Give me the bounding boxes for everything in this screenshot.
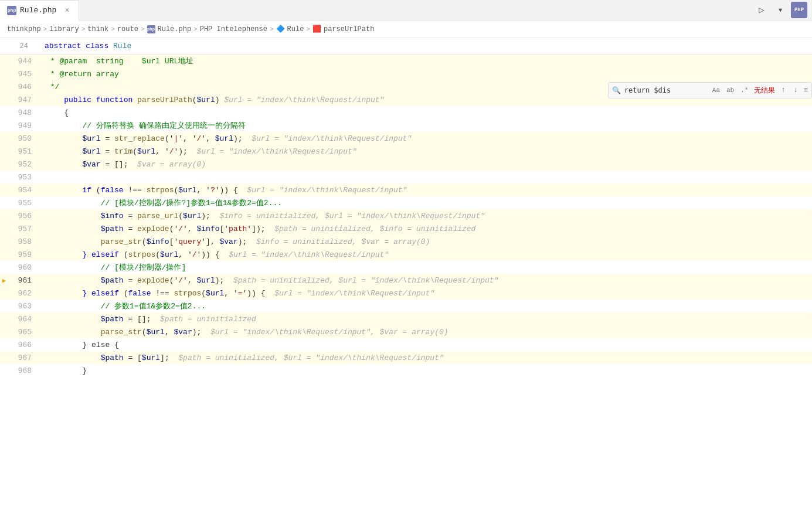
line-number: 959 xyxy=(8,248,40,261)
execution-indicator xyxy=(0,183,8,196)
execution-indicator xyxy=(0,222,8,235)
table-row: 962 } elseif (false !== strpos($url, '='… xyxy=(0,287,812,300)
table-row: 966 } else { xyxy=(0,338,812,351)
execution-indicator xyxy=(0,209,8,222)
line-number: 956 xyxy=(8,209,40,222)
line-code[interactable]: } elseif (false !== strpos($url, '=')) {… xyxy=(40,287,812,300)
execution-indicator xyxy=(0,325,8,338)
execution-indicator xyxy=(0,158,8,171)
line-code[interactable]: parse_str($url, $var); $url = "index/\th… xyxy=(40,325,812,338)
search-bar: 🔍 Aa ab .* 无结果 ↑ ↓ ≡ xyxy=(608,82,812,98)
line-code[interactable]: { xyxy=(40,106,812,119)
breadcrumb-php-icon: php xyxy=(147,25,155,33)
table-row: ▶961 $path = explode('/', $url); $path =… xyxy=(0,274,812,287)
tab-close-button[interactable]: × xyxy=(62,6,72,15)
table-row: 956 $info = parse_url($url); $info = uni… xyxy=(0,209,812,222)
breadcrumb-class-icon: 🔷 xyxy=(276,25,285,33)
execution-indicator xyxy=(0,300,8,312)
dropdown-button[interactable]: ▾ xyxy=(772,2,789,18)
line-code[interactable] xyxy=(40,171,812,183)
table-row: 952 $var = []; $var = array(0) xyxy=(0,158,812,171)
execution-indicator xyxy=(0,132,8,145)
breadcrumb-library[interactable]: library xyxy=(49,25,79,33)
table-row: 959 } elseif (strpos($url, '/')) { $url … xyxy=(0,248,812,261)
line-header: 24 abstract class Rule xyxy=(0,38,812,55)
line-number: 965 xyxy=(8,325,40,338)
breadcrumb-parseurlpath[interactable]: parseUrlPath xyxy=(324,25,374,33)
execution-indicator xyxy=(0,106,8,119)
line-code[interactable]: $path = [$url]; $path = uninitialized, $… xyxy=(40,351,812,364)
execution-indicator xyxy=(0,80,8,93)
breadcrumb-rulephp[interactable]: Rule.php xyxy=(158,25,192,33)
line-code[interactable]: } else { xyxy=(40,338,812,351)
line-code[interactable]: $url = trim($url, '/'); $url = "index/\t… xyxy=(40,145,812,158)
search-menu-button[interactable]: ≡ xyxy=(804,86,808,94)
line-code[interactable]: * @return array xyxy=(40,67,812,80)
line-code[interactable]: parse_str($info['query'], $var); $info =… xyxy=(40,235,812,248)
line-number: 945 xyxy=(8,67,40,80)
search-word-button[interactable]: ab xyxy=(724,86,736,95)
execution-indicator xyxy=(0,235,8,248)
execution-indicator xyxy=(0,248,8,261)
line-code[interactable]: $path = explode('/', $info['path']); $pa… xyxy=(40,222,812,235)
search-input[interactable] xyxy=(624,86,706,94)
search-prev-button[interactable]: ↑ xyxy=(779,86,787,95)
line-code[interactable]: } elseif (strpos($url, '/')) { $url = "i… xyxy=(40,248,812,261)
line-number: 953 xyxy=(8,171,40,183)
line-code[interactable]: if (false !== strpos($url, '?')) { $url … xyxy=(40,183,812,196)
table-row: 967 $path = [$url]; $path = uninitialize… xyxy=(0,351,812,364)
line-number: 967 xyxy=(8,351,40,364)
line-number: 957 xyxy=(8,222,40,235)
run-button[interactable]: ▷ xyxy=(753,2,770,18)
line-number: 961 xyxy=(8,274,40,287)
line-code[interactable]: } xyxy=(40,364,812,377)
table-row: 968 } xyxy=(0,364,812,377)
line-number: 960 xyxy=(8,261,40,274)
table-row: 951 $url = trim($url, '/'); $url = "inde… xyxy=(0,145,812,158)
table-row: 958 parse_str($info['query'], $var); $in… xyxy=(0,235,812,248)
breadcrumb-rule-class[interactable]: Rule xyxy=(287,25,304,33)
php-toolbar-button[interactable]: PHP xyxy=(791,2,807,18)
table-row: 953 xyxy=(0,171,812,183)
search-regex-button[interactable]: .* xyxy=(738,86,750,95)
table-row: 950 $url = str_replace('|', '/', $url); … xyxy=(0,132,812,145)
table-row: 948 { xyxy=(0,106,812,119)
line-code[interactable]: $path = []; $path = uninitialized xyxy=(40,312,812,325)
line-number: 946 xyxy=(8,80,40,93)
table-row: 944 * @param string $url URL地址 xyxy=(0,55,812,67)
breadcrumb-thinkphp[interactable]: thinkphp xyxy=(7,25,41,33)
line-code[interactable]: $info = parse_url($url); $info = uniniti… xyxy=(40,209,812,222)
line-number: 963 xyxy=(8,300,40,312)
execution-indicator xyxy=(0,67,8,80)
code-area[interactable]: 944 * @param string $url URL地址945 * @ret… xyxy=(0,55,812,520)
table-row: 957 $path = explode('/', $info['path']);… xyxy=(0,222,812,235)
search-case-button[interactable]: Aa xyxy=(710,86,722,95)
execution-indicator xyxy=(0,145,8,158)
line-number: 954 xyxy=(8,183,40,196)
execution-indicator xyxy=(0,196,8,209)
breadcrumb: thinkphp > library > think > route > php… xyxy=(0,21,812,38)
file-tab[interactable]: php Rule.php × xyxy=(0,0,79,21)
line-code[interactable]: // [模块/控制器/操作?]参数1=值1&参数2=值2... xyxy=(40,196,812,209)
breadcrumb-think[interactable]: think xyxy=(87,25,108,33)
line-code[interactable]: $var = []; $var = array(0) xyxy=(40,158,812,171)
execution-indicator xyxy=(0,55,8,67)
line-number: 944 xyxy=(8,55,40,67)
table-row: 949 // 分隔符替换 确保路由定义使用统一的分隔符 xyxy=(0,119,812,132)
line-code[interactable]: $url = str_replace('|', '/', $url); $url… xyxy=(40,132,812,145)
breadcrumb-intelephense[interactable]: PHP Intelephense xyxy=(200,25,267,33)
line-number: 968 xyxy=(8,364,40,377)
header-line-num: 24 xyxy=(0,42,35,50)
execution-indicator xyxy=(0,93,8,106)
breadcrumb-route[interactable]: route xyxy=(117,25,138,33)
line-code[interactable]: $path = explode('/', $url); $path = unin… xyxy=(40,274,812,287)
line-code[interactable]: // [模块/控制器/操作] xyxy=(40,261,812,274)
line-number: 948 xyxy=(8,106,40,119)
breadcrumb-func-icon: 🟥 xyxy=(312,25,321,33)
table-row: 955 // [模块/控制器/操作?]参数1=值1&参数2=值2... xyxy=(0,196,812,209)
line-number: 964 xyxy=(8,312,40,325)
line-code[interactable]: // 分隔符替换 确保路由定义使用统一的分隔符 xyxy=(40,119,812,132)
line-code[interactable]: // 参数1=值1&参数2=值2... xyxy=(40,300,812,312)
search-next-button[interactable]: ↓ xyxy=(791,86,800,95)
line-code[interactable]: * @param string $url URL地址 xyxy=(40,55,812,67)
